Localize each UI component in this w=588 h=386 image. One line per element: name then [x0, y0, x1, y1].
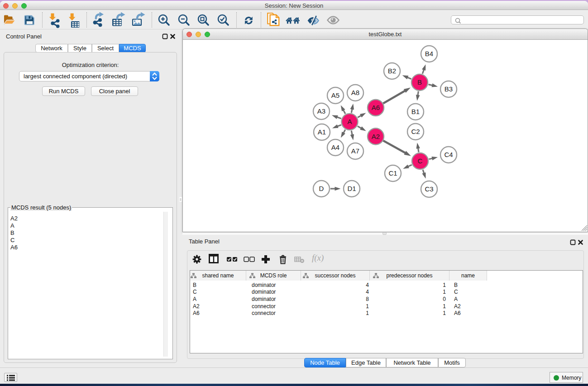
svg-text:D: D [319, 185, 324, 192]
svg-text:C4: C4 [444, 151, 453, 158]
svg-text:A: A [347, 118, 352, 125]
svg-text:A7: A7 [351, 147, 359, 155]
svg-text:C3: C3 [425, 185, 433, 193]
svg-text:D1: D1 [347, 185, 356, 192]
svg-text:B2: B2 [388, 67, 396, 75]
svg-text:A8: A8 [351, 89, 359, 96]
svg-text:B4: B4 [425, 50, 433, 57]
svg-text:A2: A2 [372, 133, 380, 140]
svg-text:A6: A6 [372, 104, 380, 111]
svg-text:C2: C2 [411, 128, 420, 135]
svg-text:A4: A4 [331, 143, 339, 151]
svg-text:B1: B1 [411, 108, 420, 115]
svg-text:B3: B3 [445, 85, 453, 93]
svg-text:A3: A3 [317, 107, 325, 115]
svg-text:C: C [418, 157, 423, 165]
svg-text:A1: A1 [318, 128, 326, 136]
svg-text:B: B [417, 78, 422, 86]
svg-text:A5: A5 [331, 91, 339, 99]
svg-text:C1: C1 [388, 169, 397, 177]
